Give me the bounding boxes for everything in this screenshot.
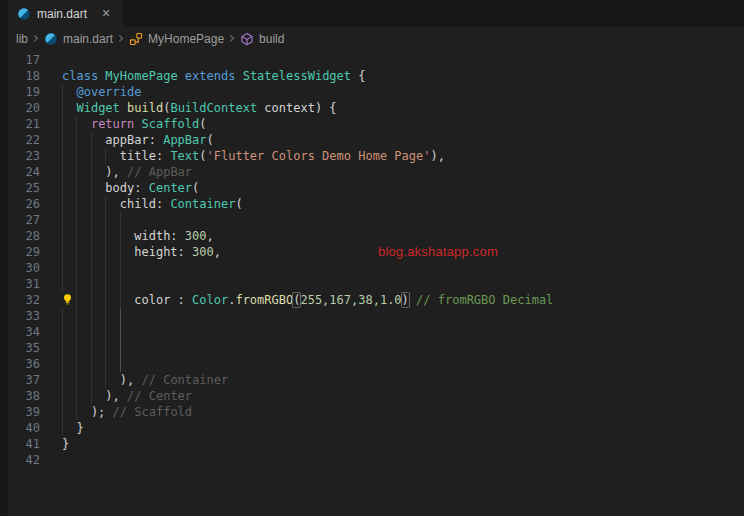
line-number[interactable]: 23: [8, 148, 40, 164]
code-token: context) {: [257, 101, 336, 115]
code-line[interactable]: 26 child: Container(: [0, 196, 744, 212]
code-line[interactable]: 42: [0, 452, 744, 468]
line-number[interactable]: 40: [8, 420, 40, 436]
code-line[interactable]: 40 }: [0, 420, 744, 436]
line-number[interactable]: 29: [8, 244, 40, 260]
indent-guide: [62, 276, 63, 292]
code-line-content: child: Container(: [62, 196, 243, 212]
line-number[interactable]: 42: [8, 452, 40, 468]
code-token: title:: [62, 149, 170, 163]
indent-guide: [62, 260, 63, 276]
indent-guide: [62, 180, 63, 196]
breadcrumb-item-main-dart[interactable]: main.dart: [44, 32, 113, 46]
breadcrumb-item-label: build: [259, 32, 284, 46]
code-line-content: color : Color.fromRGBO(255,167,38,1.0) /…: [62, 292, 553, 308]
indent-guide: [105, 148, 106, 164]
code-line[interactable]: 18class MyHomePage extends StatelessWidg…: [0, 68, 744, 84]
code-token: @override: [76, 85, 141, 99]
line-number[interactable]: 38: [8, 388, 40, 404]
line-number[interactable]: 37: [8, 372, 40, 388]
indent-guide: [76, 116, 77, 132]
watermark: blog.akshatapp.com: [378, 244, 498, 259]
indent-guide: [62, 388, 63, 404]
code-line[interactable]: 39 ); // Scaffold: [0, 404, 744, 420]
code-line[interactable]: 37 ), // Container: [0, 372, 744, 388]
line-number[interactable]: 17: [8, 52, 40, 68]
line-number[interactable]: 24: [8, 164, 40, 180]
line-number[interactable]: 41: [8, 436, 40, 452]
code-line[interactable]: 24 ), // AppBar: [0, 164, 744, 180]
line-number[interactable]: 33: [8, 308, 40, 324]
line-number[interactable]: 36: [8, 356, 40, 372]
indent-guide: [76, 404, 77, 420]
line-number[interactable]: 25: [8, 180, 40, 196]
chevron-right-icon: ›: [33, 31, 39, 46]
code-line[interactable]: 36: [0, 356, 744, 372]
code-line[interactable]: 21 return Scaffold(: [0, 116, 744, 132]
symbol-method-icon: [240, 32, 254, 46]
code-line[interactable]: 27: [0, 212, 744, 228]
code-line[interactable]: 23 title: Text('Flutter Colors Demo Home…: [0, 148, 744, 164]
line-number[interactable]: 28: [8, 228, 40, 244]
code-line[interactable]: 28 width: 300,: [0, 228, 744, 244]
code-line-content: ), // Center: [62, 388, 192, 404]
code-line[interactable]: 25 body: Center(: [0, 180, 744, 196]
code-token: fromRGBO: [235, 293, 293, 307]
code-line[interactable]: 19 @override: [0, 84, 744, 100]
code-line[interactable]: 32 color : Color.fromRGBO(255,167,38,1.0…: [0, 292, 744, 308]
indent-guide: [91, 260, 92, 276]
line-number[interactable]: 35: [8, 340, 40, 356]
line-number[interactable]: 26: [8, 196, 40, 212]
indent-guide: [76, 196, 77, 212]
indent-guide: [62, 372, 63, 388]
line-number[interactable]: 30: [8, 260, 40, 276]
indent-guide: [62, 308, 63, 324]
line-number[interactable]: 31: [8, 276, 40, 292]
indent-guide: [120, 212, 121, 228]
code-line[interactable]: 17: [0, 52, 744, 68]
line-number[interactable]: 18: [8, 68, 40, 84]
close-icon[interactable]: ×: [98, 6, 114, 22]
code-line[interactable]: 41}: [0, 436, 744, 452]
code-line[interactable]: 33: [0, 308, 744, 324]
code-line[interactable]: 30: [0, 260, 744, 276]
code-line[interactable]: 22 appBar: AppBar(: [0, 132, 744, 148]
line-number[interactable]: 22: [8, 132, 40, 148]
code-token: // Center: [127, 389, 192, 403]
code-editor[interactable]: 1718class MyHomePage extends StatelessWi…: [0, 50, 744, 516]
indent-guide: [120, 308, 121, 324]
code-line[interactable]: 38 ), // Center: [0, 388, 744, 404]
code-line[interactable]: 35: [0, 340, 744, 356]
indent-guide: [120, 324, 121, 340]
code-token: );: [62, 405, 113, 419]
tab-label: main.dart: [37, 7, 87, 21]
line-number[interactable]: 19: [8, 84, 40, 100]
tab-main-dart[interactable]: main.dart ×: [8, 0, 123, 27]
tab-bar: main.dart ×: [0, 0, 744, 27]
line-number[interactable]: 39: [8, 404, 40, 420]
code-token: BuildContext: [170, 101, 257, 115]
indent-guide: [105, 212, 106, 228]
code-line[interactable]: 34: [0, 324, 744, 340]
code-token: 300: [192, 245, 214, 259]
breadcrumb-item-myhomepage[interactable]: MyHomePage: [129, 32, 224, 46]
lightbulb-icon[interactable]: [61, 293, 75, 307]
indent-guide: [76, 340, 77, 356]
breadcrumb-item-label: main.dart: [63, 32, 113, 46]
code-line[interactable]: 31: [0, 276, 744, 292]
code-token: MyHomePage: [105, 69, 177, 83]
breadcrumb-item-label: lib: [16, 32, 28, 46]
indent-guide: [91, 164, 92, 180]
code-line[interactable]: 20 Widget build(BuildContext context) {: [0, 100, 744, 116]
line-number[interactable]: 27: [8, 212, 40, 228]
line-number[interactable]: 32: [8, 292, 40, 308]
line-number[interactable]: 21: [8, 116, 40, 132]
indent-guide: [91, 148, 92, 164]
line-number[interactable]: 34: [8, 324, 40, 340]
code-line-content: ), // Container: [62, 372, 228, 388]
code-line[interactable]: 29 height: 300,: [0, 244, 744, 260]
breadcrumb-item-build[interactable]: build: [240, 32, 284, 46]
breadcrumb-item-lib[interactable]: lib: [16, 32, 28, 46]
code-line-content: height: 300,: [62, 244, 221, 260]
line-number[interactable]: 20: [8, 100, 40, 116]
